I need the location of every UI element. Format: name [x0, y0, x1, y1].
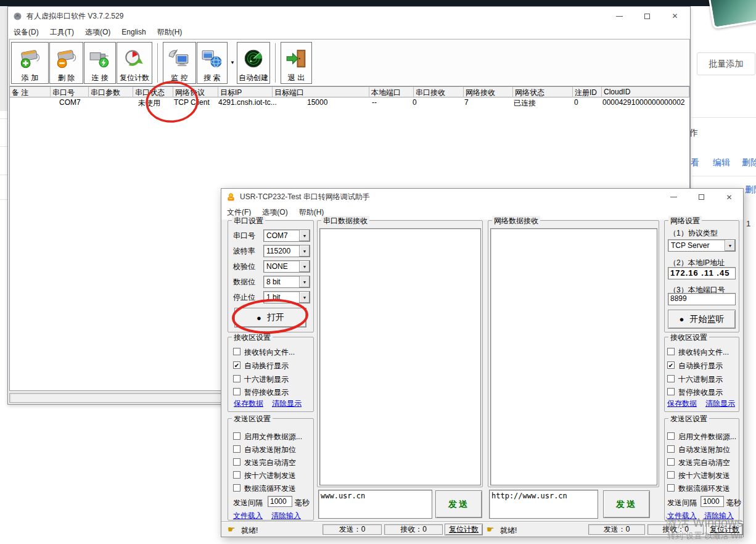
dropdown-arrow-icon[interactable]: ▼ [299, 245, 310, 257]
data-bits-select[interactable]: 8 bit▼ [263, 276, 310, 288]
auto-wrap-checkbox[interactable]: ✔自动换行显示 [233, 361, 289, 371]
serial-send-button[interactable]: 发送 [435, 490, 482, 518]
loop-send-checkbox[interactable]: 数据流循环发送 [667, 484, 730, 494]
auto-clear-checkbox[interactable]: 发送完自动清空 [667, 458, 730, 468]
tb-reset-count-button[interactable]: 复位计数 [117, 42, 152, 84]
net-send-count: 发送：0 [588, 524, 645, 535]
maximize-button[interactable] [633, 7, 661, 25]
parity-select[interactable]: NONE▼ [263, 260, 310, 273]
clear-display-link[interactable]: 清除显示 [272, 398, 302, 409]
net-send-input[interactable]: http://www.usr.cn [489, 490, 598, 519]
col-local-port[interactable]: 本地端口 [369, 87, 414, 97]
col-target-ip[interactable]: 目标IP [218, 87, 273, 97]
local-port-input[interactable]: 8899 [668, 293, 736, 305]
file-load-link[interactable]: 文件载入 [233, 511, 263, 521]
file-data-source-checkbox[interactable]: 启用文件数据源... [667, 432, 736, 442]
minimize-button[interactable] [660, 189, 688, 205]
edit-link[interactable]: 编辑 [713, 157, 730, 168]
pointing-hand-icon: ☛ [487, 524, 495, 534]
col-cloud-id[interactable]: CloudID [602, 87, 689, 97]
col-net-status[interactable]: 网络状态 [513, 87, 573, 97]
usr-titlebar[interactable]: USR-TCP232-Test 串口转网络调试助手 ✕ [221, 189, 743, 205]
hex-display-checkbox[interactable]: 十六进制显示 [233, 374, 289, 385]
hex-send-checkbox[interactable]: 按十六进制发送 [667, 471, 730, 481]
maximize-button[interactable] [688, 189, 715, 205]
clear-input-link[interactable]: 清除输入 [271, 511, 301, 521]
net-reset-count-button[interactable]: 复位计数 [706, 524, 743, 535]
loop-send-checkbox[interactable]: 数据流循环发送 [233, 484, 296, 494]
open-button[interactable]: ●打开 [234, 308, 306, 328]
dropdown-arrow-icon[interactable]: ▼ [299, 261, 310, 272]
send-interval-input[interactable]: 1000 [268, 496, 292, 507]
vcom-titlebar[interactable]: 有人虚拟串口软件 V3.7.2.529 ✕ [8, 7, 690, 25]
listen-button[interactable]: ●开始监听 [668, 310, 736, 329]
page-number[interactable]: 1 [746, 219, 750, 228]
menu-help[interactable]: 帮助(H) [152, 25, 188, 39]
tb-auto-create-button[interactable]: 自动创建 [237, 42, 270, 84]
device-row[interactable]: COM7 未使用 TCP Client 4291.cnsh.iot-tc... … [10, 97, 689, 108]
auto-wrap-checkbox[interactable]: ✔自动换行显示 [667, 361, 723, 371]
baud-rate-select[interactable]: 115200▼ [263, 245, 310, 257]
serial-reset-count-button[interactable]: 复位计数 [445, 524, 483, 535]
recv-to-file-checkbox[interactable]: 接收转向文件... [667, 347, 729, 358]
col-com-port[interactable]: 串口号 [51, 87, 89, 97]
menu-english[interactable]: English [116, 26, 151, 38]
tb-exit-button[interactable]: 退 出 [281, 42, 312, 84]
local-ip-input[interactable]: 172.16 .11 .45 [668, 267, 736, 279]
dropdown-arrow-icon[interactable]: ▼ [299, 276, 310, 287]
batch-add-button[interactable]: 批量添加 [697, 52, 755, 75]
col-serial-status[interactable]: 串口状态 [133, 87, 173, 97]
col-target-port[interactable]: 目标端口 [273, 87, 369, 97]
dropdown-arrow-icon[interactable]: ▼ [299, 292, 310, 303]
close-button[interactable]: ✕ [661, 7, 689, 25]
serial-send-input[interactable]: www.usr.cn [318, 490, 432, 519]
file-data-source-checkbox[interactable]: 启用文件数据源... [233, 432, 302, 442]
col-net-recv[interactable]: 网络接收 [464, 87, 513, 97]
stop-bits-select[interactable]: 1 bit▼ [263, 291, 310, 303]
usr-menubar: 文件(F) 选项(O) 帮助(H) [221, 205, 743, 220]
serial-recv-area[interactable] [319, 228, 481, 485]
tb-add-button[interactable]: 添 加 [11, 42, 49, 84]
com-port-select[interactable]: COM7▼ [263, 229, 310, 242]
col-serial-params[interactable]: 串口参数 [89, 87, 133, 97]
net-send-button[interactable]: 发送 [603, 490, 650, 518]
menu-options[interactable]: 选项(O) [80, 25, 116, 39]
tb-delete-button[interactable]: 删 除 [49, 42, 83, 84]
pause-recv-checkbox[interactable]: 暂停接收显示 [233, 387, 289, 398]
minimize-button[interactable] [606, 7, 633, 25]
close-button[interactable]: ✕ [715, 189, 743, 205]
auto-send-addon-checkbox[interactable]: 自动发送附加位 [233, 445, 296, 455]
protocol-type-select[interactable]: TCP Server▼ [668, 239, 736, 252]
clear-input-link[interactable]: 清除输入 [704, 511, 734, 521]
auto-clear-checkbox[interactable]: 发送完自动清空 [233, 458, 296, 468]
tb-monitor-button[interactable]: 监 控 [163, 42, 196, 84]
delete-link[interactable]: 删除 [745, 184, 756, 196]
tb-connect-button[interactable]: 连 接 [84, 42, 116, 84]
view-link[interactable]: 看 [691, 157, 699, 168]
tb-search-button[interactable]: 搜 索 [197, 42, 228, 84]
save-data-link[interactable]: 保存数据 [667, 398, 697, 409]
recv-settings-group-right: 接收区设置 接收转向文件... ✔自动换行显示 十六进制显示 暂停接收显示 保存… [664, 337, 739, 412]
menu-device[interactable]: 设备(D) [8, 25, 44, 39]
auto-send-addon-checkbox[interactable]: 自动发送附加位 [667, 445, 730, 455]
col-reg-id[interactable]: 注册ID [573, 87, 602, 97]
search-dropdown-arrow-icon[interactable]: ▼ [228, 60, 237, 65]
recv-to-file-checkbox[interactable]: 接收转向文件... [233, 347, 295, 358]
col-remark[interactable]: 备 注 [10, 87, 51, 97]
save-data-link[interactable]: 保存数据 [234, 398, 263, 409]
serial-settings-group-label: 串口设置 [232, 216, 265, 226]
send-interval-input[interactable]: 1000 [701, 496, 724, 507]
dropdown-arrow-icon[interactable]: ▼ [725, 240, 735, 251]
clear-display-link[interactable]: 清除显示 [705, 398, 735, 409]
vcom-toolbar: 添 加 删 除 连 接 [9, 39, 690, 86]
delete-link[interactable]: 删除 [742, 157, 756, 168]
hex-send-checkbox[interactable]: 按十六进制发送 [233, 471, 296, 481]
menu-tools[interactable]: 工具(T) [44, 25, 80, 39]
dropdown-arrow-icon[interactable]: ▼ [299, 230, 310, 241]
file-load-link[interactable]: 文件载入 [667, 511, 697, 521]
pause-recv-checkbox[interactable]: 暂停接收显示 [667, 387, 723, 398]
hex-display-checkbox[interactable]: 十六进制显示 [667, 374, 723, 385]
net-recv-area[interactable] [490, 228, 657, 485]
col-protocol[interactable]: 网络协议 [173, 87, 218, 97]
col-serial-recv[interactable]: 串口接收 [414, 87, 464, 97]
